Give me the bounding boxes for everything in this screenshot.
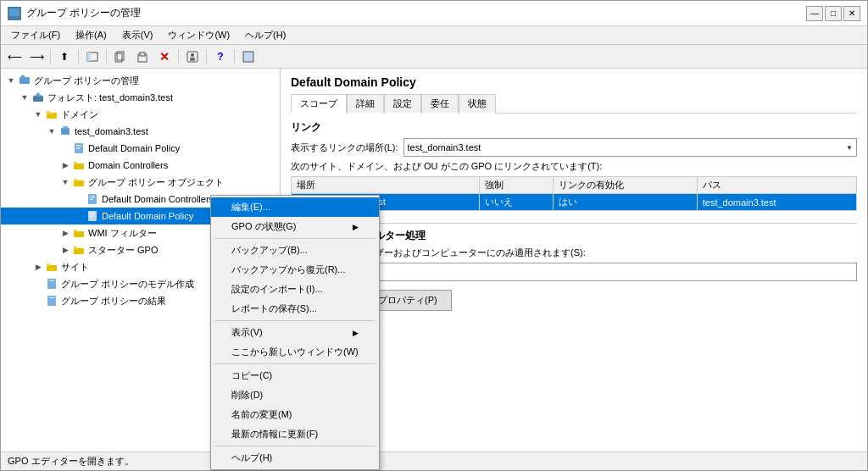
tree-site-label: サイト bbox=[61, 261, 89, 274]
svg-rect-25 bbox=[76, 147, 81, 147]
tree-starter-expand: ▶ bbox=[58, 243, 72, 257]
toolbar: ⟵ ⟶ ⬆ ✕ bbox=[1, 45, 867, 69]
tree-root-label: グループ ポリシーの管理 bbox=[34, 75, 139, 87]
up-button[interactable]: ⬆ bbox=[54, 47, 75, 66]
minimize-button[interactable]: — bbox=[806, 6, 823, 21]
links-table-head: 場所 強制 リンクの有効化 パス bbox=[292, 177, 857, 194]
tree-ddp-link-expand bbox=[58, 141, 72, 155]
tree-site-expand: ▶ bbox=[31, 260, 45, 274]
svg-rect-42 bbox=[74, 247, 77, 249]
col-enabled: リンクの有効化 bbox=[554, 177, 698, 194]
ctx-edit[interactable]: 編集(E)... bbox=[211, 197, 379, 217]
title-bar-text: グループ ポリシーの管理 bbox=[26, 6, 141, 20]
svg-rect-37 bbox=[90, 214, 95, 215]
svg-rect-28 bbox=[74, 162, 77, 164]
ctx-help[interactable]: ヘルプ(H) bbox=[211, 448, 379, 468]
ctx-view-label: 表示(V) bbox=[231, 326, 263, 339]
svg-rect-41 bbox=[74, 248, 84, 254]
menu-window[interactable]: ウィンドウ(W) bbox=[161, 27, 236, 43]
tree-result-icon bbox=[45, 294, 58, 308]
svg-rect-40 bbox=[74, 230, 77, 232]
ctx-backup-label: バックアップ(B)... bbox=[231, 244, 308, 257]
col-path: パス bbox=[697, 177, 856, 194]
menu-help[interactable]: ヘルプ(H) bbox=[238, 27, 292, 43]
ctx-gpo-status[interactable]: GPO の状態(G) ▶ bbox=[211, 217, 379, 236]
tree-wmi-label: WMI フィルター bbox=[88, 227, 157, 240]
location-select[interactable]: test_domain3.test ▼ bbox=[403, 138, 858, 157]
svg-rect-14 bbox=[19, 77, 30, 84]
tree-ddp-label: Default Domain Policy bbox=[102, 211, 193, 221]
svg-rect-29 bbox=[74, 180, 84, 186]
tree-domain[interactable]: ▼ test_domain3.test bbox=[1, 123, 280, 140]
svg-rect-1 bbox=[11, 16, 18, 18]
properties-button[interactable] bbox=[182, 47, 203, 66]
menu-file[interactable]: ファイル(F) bbox=[4, 27, 67, 43]
forward-button[interactable]: ⟶ bbox=[26, 47, 47, 66]
toolbar-sep-4 bbox=[178, 49, 179, 64]
tree-root-icon bbox=[18, 74, 31, 87]
toolbar-sep-6 bbox=[234, 49, 235, 64]
ctx-gpo-status-arrow: ▶ bbox=[353, 223, 359, 231]
svg-rect-47 bbox=[47, 296, 56, 306]
tab-status[interactable]: 状態 bbox=[459, 94, 496, 114]
tree-root[interactable]: ▼ グループ ポリシーの管理 bbox=[1, 72, 280, 89]
menu-action[interactable]: 操作(A) bbox=[69, 27, 114, 43]
svg-point-10 bbox=[191, 53, 194, 57]
tab-settings[interactable]: 設定 bbox=[384, 94, 421, 114]
svg-rect-38 bbox=[90, 216, 93, 217]
maximize-button[interactable]: □ bbox=[825, 6, 842, 21]
menu-view[interactable]: 表示(V) bbox=[115, 27, 160, 43]
ctx-delete[interactable]: 削除(D) bbox=[211, 385, 379, 405]
ctx-restore[interactable]: バックアップから復元(R)... bbox=[211, 260, 379, 280]
paste-button[interactable] bbox=[132, 47, 153, 66]
svg-rect-30 bbox=[74, 179, 77, 181]
location-row: 表示するリンクの場所(L): test_domain3.test ▼ bbox=[291, 138, 857, 157]
tree-domain-group[interactable]: ▼ ドメイン bbox=[1, 106, 280, 123]
ctx-rename-label: 名前の変更(M) bbox=[231, 408, 292, 421]
ctx-view[interactable]: 表示(V) ▶ bbox=[211, 323, 379, 342]
context-menu: 編集(E)... GPO の状態(G) ▶ バックアップ(B)... バックアッ… bbox=[210, 195, 380, 470]
svg-rect-22 bbox=[63, 126, 68, 129]
tab-details[interactable]: 詳細 bbox=[347, 94, 384, 114]
ctx-new-window-label: ここから新しいウィンドウ(W) bbox=[231, 346, 359, 358]
svg-rect-32 bbox=[90, 196, 95, 197]
tree-ddp-link[interactable]: Default Domain Policy bbox=[1, 140, 280, 157]
tab-delegation[interactable]: 委任 bbox=[421, 94, 459, 114]
tree-forest-label: フォレスト: test_domain3.test bbox=[47, 91, 173, 104]
title-bar-left: グループ ポリシーの管理 bbox=[8, 6, 141, 20]
links-heading: リンク bbox=[291, 120, 857, 135]
tree-dc[interactable]: ▶ Domain Controllers bbox=[1, 157, 280, 174]
ctx-save-report[interactable]: レポートの保存(S)... bbox=[211, 299, 379, 319]
ctx-sep-3 bbox=[214, 363, 376, 364]
show-hide-button[interactable] bbox=[82, 47, 103, 66]
ctx-import[interactable]: 設定のインポート(I)... bbox=[211, 280, 379, 299]
title-bar: グループ ポリシーの管理 — □ ✕ bbox=[1, 1, 867, 26]
tab-scope[interactable]: スコープ bbox=[291, 94, 347, 114]
ctx-copy[interactable]: コピー(C) bbox=[211, 366, 379, 385]
tree-domain-expand: ▼ bbox=[45, 125, 58, 138]
ctx-rename[interactable]: 名前の変更(M) bbox=[211, 405, 379, 424]
ctx-new-window[interactable]: ここから新しいウィンドウ(W) bbox=[211, 342, 379, 362]
close-button[interactable]: ✕ bbox=[843, 6, 860, 21]
ctx-gpo-status-label: GPO の状態(G) bbox=[231, 220, 296, 233]
tree-forest[interactable]: ▼ フォレスト: test_domain3.test bbox=[1, 89, 280, 106]
delete-button[interactable]: ✕ bbox=[154, 47, 175, 66]
toolbar-extra[interactable] bbox=[238, 47, 259, 66]
copy-button[interactable] bbox=[110, 47, 131, 66]
tree-domain-group-label: ドメイン bbox=[61, 108, 98, 121]
back-button[interactable]: ⟵ bbox=[4, 47, 25, 66]
links-note: 次のサイト、ドメイン、および OU がこの GPO にリンクされています(T): bbox=[291, 160, 857, 173]
toolbar-sep-5 bbox=[206, 49, 207, 64]
tree-model-label: グループ ポリシーのモデル作成 bbox=[61, 278, 194, 291]
tree-ddcp-expand bbox=[72, 192, 86, 206]
ctx-view-arrow: ▶ bbox=[353, 329, 359, 337]
help-button[interactable]: ? bbox=[210, 47, 231, 66]
tree-gpo-objects[interactable]: ▼ グループ ポリシー オブジェクト bbox=[1, 174, 280, 191]
cell-path: test_domain3.test bbox=[697, 194, 856, 211]
tree-result-expand bbox=[31, 294, 45, 308]
tree-forest-expand: ▼ bbox=[18, 91, 31, 104]
ctx-backup[interactable]: バックアップ(B)... bbox=[211, 241, 379, 260]
svg-rect-13 bbox=[243, 52, 253, 62]
tree-forest-icon bbox=[31, 91, 45, 104]
ctx-refresh[interactable]: 最新の情報に更新(F) bbox=[211, 424, 379, 444]
